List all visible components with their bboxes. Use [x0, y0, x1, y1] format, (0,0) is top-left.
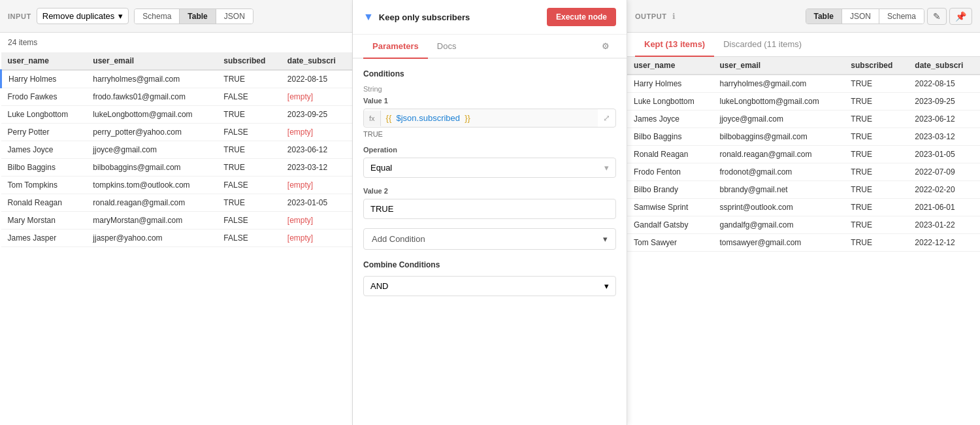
value2-input[interactable]	[363, 199, 616, 219]
table-row: Bilbo Brandy	[627, 181, 713, 199]
tab-json[interactable]: JSON	[216, 9, 253, 24]
table-row: Mary Morstan	[1, 212, 87, 230]
table-row: Perry Potter	[1, 124, 87, 141]
pin-icon-button[interactable]: 📌	[949, 8, 972, 25]
middle-content: Conditions String Value 1 fx {{ $json.su…	[353, 59, 627, 425]
chevron-down-icon: ▾	[604, 163, 609, 173]
col-user-name-r: user_name	[627, 57, 713, 75]
table-row: Tom Sawyer	[627, 234, 713, 252]
combine-label: Combine Conditions	[363, 260, 616, 269]
tab-table[interactable]: Table	[180, 9, 216, 24]
left-tab-group: Schema Table JSON	[134, 8, 253, 24]
middle-panel: ▼ Keep only subscribers Execute node Par…	[353, 0, 627, 425]
table-row: Luke Longbottom	[627, 93, 713, 110]
conditions-label: Conditions	[363, 69, 616, 78]
info-icon[interactable]: ℹ	[672, 12, 676, 21]
value1-json-display: {{ $json.subscribed }}	[381, 109, 598, 127]
table-row: James Joyce	[627, 110, 713, 128]
col-user-email: user_email	[86, 52, 217, 70]
left-panel: INPUT Remove duplicates ▾ Schema Table J…	[0, 0, 353, 425]
right-header: OUTPUT ℹ Table JSON Schema ✎ 📌	[627, 0, 980, 33]
col-subscribed-r: subscribed	[844, 57, 908, 75]
add-condition-label: Add Condition	[372, 234, 425, 244]
table-row: Frodo Fawkes	[1, 88, 87, 106]
middle-title-text: Keep only subscribers	[379, 12, 470, 22]
middle-tabs-row: Parameters Docs ⚙	[353, 35, 627, 59]
string-label: String	[363, 85, 616, 93]
left-table: user_name user_email subscribed date_sub…	[0, 52, 352, 247]
operation-dropdown[interactable]: Equal ▾	[363, 158, 616, 178]
execute-button[interactable]: Execute node	[547, 8, 616, 26]
middle-title-row: ▼ Keep only subscribers	[363, 11, 470, 23]
left-header: INPUT Remove duplicates ▾ Schema Table J…	[0, 0, 352, 33]
operation-value: Equal	[370, 163, 392, 173]
col-user-name: user_name	[1, 52, 87, 70]
output-label: OUTPUT	[635, 12, 667, 20]
tab-schema[interactable]: Schema	[135, 9, 180, 24]
tab-kept[interactable]: Kept (13 items)	[635, 33, 714, 57]
col-subscribed: subscribed	[217, 52, 281, 70]
right-panel: OUTPUT ℹ Table JSON Schema ✎ 📌 Kept (13 …	[627, 0, 980, 425]
table-row: Gandalf Gatsby	[627, 216, 713, 234]
combine-dropdown[interactable]: AND ▾	[363, 276, 616, 296]
fx-badge: fx	[364, 110, 381, 126]
tab-json-right[interactable]: JSON	[842, 9, 879, 24]
table-row: Ronald Reagan	[1, 194, 87, 212]
input-label: INPUT	[8, 12, 31, 20]
tab-parameters[interactable]: Parameters	[363, 35, 428, 59]
chevron-down-icon: ▾	[118, 11, 123, 21]
col-date-subscri-r: date_subscri	[908, 57, 980, 75]
combine-value: AND	[370, 281, 388, 291]
table-row: Tom Tompkins	[1, 177, 87, 194]
tab-schema-right[interactable]: Schema	[879, 9, 924, 24]
filter-icon: ▼	[363, 11, 374, 23]
table-row: Samwise Sprint	[627, 199, 713, 216]
table-row: James Jasper	[1, 230, 87, 247]
table-row: Frodo Fenton	[627, 163, 713, 181]
value1-label: Value 1	[363, 97, 616, 105]
combine-section: Combine Conditions AND ▾	[363, 260, 616, 296]
middle-header: ▼ Keep only subscribers Execute node	[353, 0, 627, 35]
left-table-container: user_name user_email subscribed date_sub…	[0, 52, 352, 425]
table-row: Harry Holmes	[1, 70, 87, 88]
settings-icon[interactable]: ⚙	[595, 35, 616, 58]
input-dropdown-value: Remove duplicates	[42, 11, 115, 21]
input-dropdown[interactable]: Remove duplicates ▾	[37, 8, 129, 24]
table-row: Ronald Reagan	[627, 146, 713, 163]
tab-docs[interactable]: Docs	[428, 35, 466, 59]
tab-discarded[interactable]: Discarded (11 items)	[714, 33, 811, 57]
edit-icon-button[interactable]: ✎	[927, 8, 947, 25]
add-condition-button[interactable]: Add Condition ▾	[363, 228, 616, 250]
left-item-count: 24 items	[0, 33, 352, 52]
value2-label: Value 2	[363, 187, 616, 195]
table-row: Bilbo Baggins	[627, 128, 713, 146]
chevron-down-icon: ▾	[603, 234, 608, 244]
right-output-tabs: Kept (13 items) Discarded (11 items)	[627, 33, 980, 57]
tab-table-right[interactable]: Table	[806, 9, 842, 24]
expand-icon[interactable]: ⤢	[598, 109, 615, 127]
col-date-subscri: date_subscri	[281, 52, 352, 70]
col-user-email-r: user_email	[713, 57, 844, 75]
value1-input-row: fx {{ $json.subscribed }} ⤢	[363, 109, 616, 128]
table-row: Bilbo Baggins	[1, 159, 87, 177]
value1-true-label: TRUE	[363, 130, 616, 138]
right-top-tab-group: Table JSON Schema	[806, 8, 925, 24]
operation-label: Operation	[363, 146, 616, 154]
chevron-down-icon: ▾	[604, 281, 609, 291]
table-row: Luke Longbottom	[1, 106, 87, 124]
right-table: user_name user_email subscribed date_sub…	[627, 57, 980, 252]
right-table-container: user_name user_email subscribed date_sub…	[627, 57, 980, 425]
table-row: James Joyce	[1, 141, 87, 159]
table-row: Harry Holmes	[627, 75, 713, 93]
